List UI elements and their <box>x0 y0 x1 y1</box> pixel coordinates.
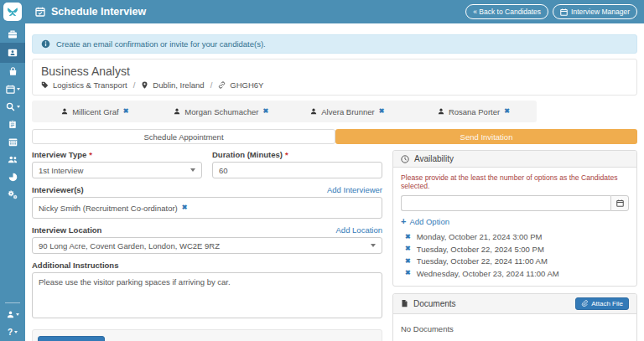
remove-candidate-icon[interactable]: ✖ <box>504 108 510 115</box>
attach-file-button[interactable]: Attach File <box>575 297 629 310</box>
app-logo[interactable] <box>3 3 22 21</box>
duration-input[interactable] <box>212 162 382 178</box>
pie-chart-icon <box>8 173 18 182</box>
remove-interviewer-icon[interactable]: ✖ <box>182 204 188 211</box>
interview-type-select[interactable]: 1st Interview <box>32 162 202 178</box>
clipboard-icon <box>8 120 17 129</box>
interview-type-label: Interview Type <box>32 150 86 159</box>
interviewers-label: Interviewer(s) <box>32 185 84 194</box>
availability-date-input[interactable] <box>401 195 610 211</box>
calendar-icon <box>6 85 15 94</box>
option-text: Tuesday, October 22, 2024 5:00 PM <box>417 245 544 254</box>
tab-send-invitation[interactable]: Send Invitation <box>335 129 637 144</box>
user-icon <box>438 108 444 115</box>
page-title: Schedule Interview <box>51 6 146 18</box>
sidebar-divider <box>5 302 20 303</box>
duration-label-row: Duration (Minutes) * <box>212 150 382 159</box>
contact-card-icon <box>8 48 18 58</box>
remove-option-icon[interactable]: ✖ <box>405 270 411 276</box>
briefcase-icon <box>8 29 18 39</box>
sidebar-item-candidates[interactable] <box>0 43 25 63</box>
availability-header: Availability <box>393 151 636 168</box>
sidebar-item-help-menu[interactable]: ? <box>0 323 25 341</box>
sidebar-item-calendar-menu[interactable] <box>0 80 25 98</box>
info-circle-icon <box>41 39 50 49</box>
user-icon <box>310 108 317 115</box>
add-option-link[interactable]: + Add Option <box>401 216 629 226</box>
tab-schedule-appointment[interactable]: Schedule Appointment <box>32 129 335 144</box>
users-icon <box>8 155 18 164</box>
remove-candidate-icon[interactable]: ✖ <box>263 108 269 115</box>
availability-options: ✖ Monday, October 21, 2024 3:00 PM ✖ Tue… <box>401 232 629 278</box>
sidebar-item-tasks[interactable] <box>0 116 25 133</box>
remove-candidate-icon[interactable]: ✖ <box>123 108 129 115</box>
attach-file-label: Attach File <box>591 300 623 307</box>
candidate-name: Rosana Porter <box>449 107 500 116</box>
right-column: Availability Please provide at the least… <box>392 150 637 341</box>
documents-title: Documents <box>413 299 456 308</box>
search-icon <box>6 102 15 111</box>
availability-option: ✖ Tuesday, October 22, 2024 5:00 PM <box>405 245 629 254</box>
sidebar-item-jobs[interactable] <box>0 25 25 43</box>
sidebar: ? <box>0 0 25 341</box>
form-row-type-duration: Interview Type * 1st Interview Duration … <box>32 150 382 178</box>
sidebar-item-settings[interactable] <box>0 186 25 204</box>
availability-option: ✖ Wednesday, October 23, 2024 11:00 AM <box>405 269 629 278</box>
candidate-name: Morgan Schumacher <box>184 107 258 116</box>
availability-title: Availability <box>414 154 454 163</box>
location-select[interactable]: 90 Long Acre, Covent Garden, London, WC2… <box>32 237 382 254</box>
datepicker-button[interactable] <box>610 195 629 211</box>
sidebar-item-clients[interactable] <box>0 63 25 80</box>
required-mark: * <box>89 150 92 159</box>
chevron-down-icon <box>16 313 19 316</box>
interviewers-label-row: Interviewer(s) Add Interviewer <box>32 185 382 194</box>
option-text: Monday, October 21, 2024 3:00 PM <box>417 232 543 241</box>
remove-candidate-icon[interactable]: ✖ <box>379 108 385 115</box>
remove-option-icon[interactable]: ✖ <box>405 258 411 265</box>
content-columns: Interview Type * 1st Interview Duration … <box>32 150 637 341</box>
main-content: Create an email confirmation or invite f… <box>25 23 644 341</box>
link-icon <box>218 81 226 89</box>
no-documents-text: No Documents <box>401 324 454 333</box>
sidebar-item-contacts[interactable] <box>0 151 25 168</box>
remove-option-icon[interactable]: ✖ <box>405 245 411 252</box>
candidate-chip: Millicent Graf ✖ <box>32 107 158 116</box>
add-location-link[interactable]: Add Location <box>336 225 382 235</box>
option-text: Tuesday, October 22, 2024 11:00 AM <box>417 256 548 266</box>
sidebar-item-search-menu[interactable] <box>0 98 25 116</box>
option-text: Wednesday, October 23, 2024 11:00 AM <box>417 269 559 278</box>
info-banner: Create an email confirmation or invite f… <box>32 34 637 54</box>
document-icon <box>401 299 408 307</box>
calendar-icon <box>616 199 624 207</box>
job-category: Logistics & Transport <box>53 80 127 90</box>
interview-type-group: Interview Type * 1st Interview <box>32 150 202 178</box>
clock-icon <box>401 155 409 163</box>
meta-separator: / <box>210 80 213 90</box>
interviewers-box[interactable]: Nicky Smith (Recruitment Co-ordinator) ✖ <box>32 197 382 219</box>
form-footer: Send Interview Preview Email Template <box>32 329 382 341</box>
cogs-icon <box>8 190 18 199</box>
chevron-down-icon <box>17 88 20 90</box>
candidate-name: Millicent Graf <box>72 107 118 116</box>
chevron-down-icon <box>371 244 376 247</box>
back-to-candidates-button[interactable]: « Back to Candidates <box>465 4 548 19</box>
calendar-grid-icon <box>8 137 18 147</box>
interview-manager-button[interactable]: Interview Manager <box>553 4 637 19</box>
invitation-form: Interview Type * 1st Interview Duration … <box>32 150 382 341</box>
back-button-label: « Back to Candidates <box>473 8 541 16</box>
duration-group: Duration (Minutes) * <box>212 150 382 178</box>
send-interview-button[interactable]: Send Interview <box>38 336 105 341</box>
duration-label: Duration (Minutes) <box>212 150 283 159</box>
sidebar-item-reports[interactable] <box>0 168 25 186</box>
manager-button-label: Interview Manager <box>571 8 630 16</box>
sidebar-item-schedule[interactable] <box>0 133 25 151</box>
instructions-textarea[interactable]: Please use the visitor parking spaces if… <box>32 272 382 318</box>
job-reference: GHGH6Y <box>230 80 263 90</box>
sidebar-item-account-menu[interactable] <box>0 306 25 323</box>
remove-option-icon[interactable]: ✖ <box>405 234 411 240</box>
availability-date-group <box>401 195 629 211</box>
availability-option: ✖ Tuesday, October 22, 2024 11:00 AM <box>405 256 629 266</box>
add-interviewer-link[interactable]: Add Interviewer <box>327 185 382 194</box>
tag-icon <box>41 81 49 89</box>
bag-icon <box>8 67 18 76</box>
